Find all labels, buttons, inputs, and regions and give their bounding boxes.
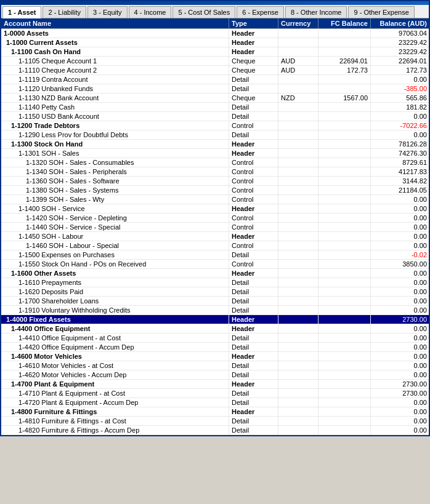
account-currency [278, 186, 318, 194]
table-row[interactable]: 1-1340 SOH - Sales - PeripheralsControl4… [1, 167, 429, 177]
account-currency [278, 214, 318, 222]
table-row[interactable]: 1-4410 Office Equipment - at CostDetail0… [1, 334, 429, 343]
table-row[interactable]: 1-1105 Cheque Account 1ChequeAUD22694.01… [1, 57, 429, 66]
account-name: 1-1140 Petty Cash [1, 103, 229, 111]
balance: 565.86 [371, 94, 429, 102]
table-row[interactable]: 1-4600 Motor VehiclesHeader0.00 [1, 352, 429, 361]
table-row[interactable]: 1-1700 Shareholder LoansDetail0.00 [1, 297, 429, 306]
account-type: Detail [229, 287, 278, 296]
account-type: Control [229, 158, 278, 167]
account-currency [278, 287, 318, 296]
table-row[interactable]: 1-1120 Unbanked FundsDetail-385.00 [1, 84, 429, 94]
table-row[interactable]: 1-1550 Stock On Hand - POs on ReceivedCo… [1, 260, 429, 269]
table-row[interactable]: 1-4400 Office EquipmentHeader0.00 [1, 324, 429, 334]
table-row[interactable]: 1-1140 Petty CashDetail181.82 [1, 103, 429, 112]
tab-0[interactable]: 1 - Asset [2, 6, 41, 18]
account-name: 1-1420 SOH - Service - Depleting [1, 214, 229, 222]
fc-balance [318, 158, 371, 167]
tab-1[interactable]: 2 - Liability [43, 6, 86, 18]
table-row[interactable]: 1-1450 SOH - LabourHeader0.00 [1, 232, 429, 241]
table-row[interactable]: 1-1380 SOH - Sales - SystemsControl21184… [1, 186, 429, 195]
tab-6[interactable]: 8 - Other Income [285, 6, 347, 18]
table-row[interactable]: 1-1460 SOH - Labour - SpecialControl0.00 [1, 241, 429, 250]
account-name: 1-4610 Motor Vehicles - at Cost [1, 361, 229, 370]
balance: 22694.01 [371, 57, 429, 65]
table-row[interactable]: 1-1440 SOH - Service - SpecialControl0.0… [1, 223, 429, 232]
account-currency [278, 130, 318, 139]
fc-balance: 22694.01 [318, 57, 371, 65]
table-row[interactable]: 1-1399 SOH - Sales - WtyControl0.00 [1, 195, 429, 204]
account-name: 1-1380 SOH - Sales - Systems [1, 186, 229, 194]
table-row[interactable]: 1-4820 Furniture & Fittings - Accum DepD… [1, 426, 429, 435]
table-row[interactable]: 1-1300 Stock On HandHeader78126.28 [1, 140, 429, 149]
balance: 0.00 [371, 407, 429, 416]
account-type: Detail [229, 278, 278, 287]
tab-4[interactable]: 5 - Cost Of Sales [172, 6, 235, 18]
table-row[interactable]: 1-1290 Less Prov for Doubtful DebtsDetai… [1, 130, 429, 140]
table-row[interactable]: 1-1910 Voluntary Withholding CreditsDeta… [1, 306, 429, 315]
tab-5[interactable]: 6 - Expense [237, 6, 284, 18]
fc-balance [318, 214, 371, 222]
table-row[interactable]: 1-4420 Office Equipment - Accum DepDetai… [1, 343, 429, 352]
balance: 0.00 [371, 232, 429, 241]
balance: 172.73 [371, 66, 429, 74]
table-row[interactable]: 1-4610 Motor Vehicles - at CostDetail0.0… [1, 361, 429, 370]
account-name: 1-1100 Cash On Hand [1, 47, 229, 56]
fc-balance [318, 417, 371, 425]
table-row[interactable]: 1-1500 Expenses on PurchasesDetail-0.02 [1, 250, 429, 260]
tab-3[interactable]: 4 - Income [129, 6, 172, 18]
table-row[interactable]: 1-1150 USD Bank AccountDetail0.00 [1, 112, 429, 121]
table-row[interactable]: 1-0000 AssetsHeader97063.04 [1, 29, 429, 38]
fc-balance [318, 103, 371, 111]
fc-balance [318, 361, 371, 370]
table-row[interactable]: 1-1110 Cheque Account 2ChequeAUD172.7317… [1, 66, 429, 75]
balance: 3144.82 [371, 177, 429, 185]
table-row[interactable]: 1-1610 PrepaymentsDetail0.00 [1, 278, 429, 287]
account-currency [278, 426, 318, 434]
balance: 0.00 [371, 370, 429, 379]
account-type: Control [229, 177, 278, 185]
table-row[interactable]: 1-1119 Contra AccountDetail0.00 [1, 75, 429, 84]
table-row[interactable]: 1-1000 Current AssetsHeader23229.42 [1, 38, 429, 47]
account-type: Detail [229, 426, 278, 434]
account-type: Control [229, 186, 278, 194]
tab-2[interactable]: 3 - Equity [87, 6, 127, 18]
account-currency [278, 158, 318, 167]
account-name: 1-1450 SOH - Labour [1, 232, 229, 241]
account-type: Detail [229, 250, 278, 259]
table-row[interactable]: 1-4000 Fixed AssetsHeader2730.00 [1, 315, 429, 324]
table-row[interactable]: 1-1600 Other AssetsHeader0.00 [1, 269, 429, 278]
table-row[interactable]: 1-1130 NZD Bank AccountChequeNZD1567.005… [1, 94, 429, 103]
table-row[interactable]: 1-4720 Plant & Equipment - Accum DepDeta… [1, 398, 429, 407]
table-row[interactable]: 1-4800 Furniture & FittingsHeader0.00 [1, 407, 429, 417]
account-name: 1-1301 SOH - Sales [1, 149, 229, 158]
account-type: Control [229, 195, 278, 204]
account-currency [278, 370, 318, 379]
fc-balance [318, 232, 371, 241]
table-row[interactable]: 1-1301 SOH - SalesHeader74276.30 [1, 149, 429, 158]
account-type: Detail [229, 112, 278, 121]
table-row[interactable]: 1-1360 SOH - Sales - SoftwareControl3144… [1, 177, 429, 186]
table-row[interactable]: 1-1420 SOH - Service - DepletingControl0… [1, 214, 429, 223]
balance: -385.00 [371, 84, 429, 93]
fc-balance [318, 204, 371, 213]
table-row[interactable]: 1-1400 SOH - ServiceHeader0.00 [1, 204, 429, 214]
fc-balance [318, 140, 371, 148]
fc-balance [318, 278, 371, 287]
balance: -7022.66 [371, 121, 429, 130]
table-row[interactable]: 1-1100 Cash On HandHeader23229.42 [1, 47, 429, 57]
table-row[interactable]: 1-1200 Trade DebtorsControl-7022.66 [1, 121, 429, 130]
balance: 0.00 [371, 417, 429, 425]
account-currency [278, 269, 318, 278]
fc-balance [318, 426, 371, 434]
table-row[interactable]: 1-4700 Plant & EquipmentHeader2730.00 [1, 380, 429, 389]
tab-7[interactable]: 9 - Other Expense [348, 6, 414, 18]
table-row[interactable]: 1-1620 Deposits PaidDetail0.00 [1, 287, 429, 297]
table-row[interactable]: 1-1320 SOH - Sales - ConsumablesControl8… [1, 158, 429, 167]
table-row[interactable]: 1-4810 Furniture & Fittings - at CostDet… [1, 417, 429, 426]
account-name: 1-1150 USD Bank Account [1, 112, 229, 121]
table-row[interactable]: 1-4620 Motor Vehicles - Accum DepDetail0… [1, 370, 429, 380]
table-row[interactable]: 1-4710 Plant & Equipment - at CostDetail… [1, 389, 429, 398]
account-currency: NZD [278, 94, 318, 102]
account-currency [278, 407, 318, 416]
